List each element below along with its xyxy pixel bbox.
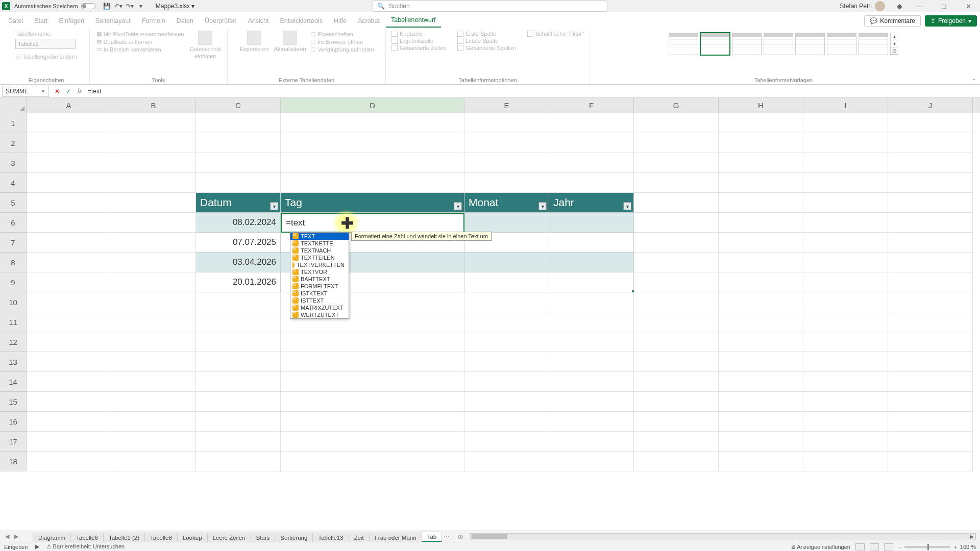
cell[interactable] xyxy=(111,173,196,193)
cell[interactable] xyxy=(888,452,973,471)
cell[interactable] xyxy=(549,253,634,272)
col-header[interactable]: E xyxy=(464,98,549,113)
cell[interactable] xyxy=(719,213,803,233)
cell[interactable] xyxy=(634,193,719,213)
cell[interactable] xyxy=(281,352,464,372)
cell[interactable]: Monat▾ xyxy=(464,193,549,213)
cell[interactable] xyxy=(549,113,634,133)
collapse-ribbon-icon[interactable]: ⌄ xyxy=(970,74,978,82)
cell[interactable] xyxy=(27,233,111,253)
formula-input[interactable] xyxy=(85,86,980,97)
cell[interactable] xyxy=(281,332,464,352)
cell[interactable] xyxy=(111,452,196,471)
cell[interactable] xyxy=(803,352,888,372)
close-button[interactable]: ✕ xyxy=(957,0,980,12)
row-header[interactable]: 11 xyxy=(0,312,27,332)
col-header[interactable]: A xyxy=(27,98,111,113)
cell[interactable] xyxy=(549,352,634,372)
redo-icon[interactable]: ↷▾ xyxy=(125,2,134,11)
cell[interactable] xyxy=(803,133,888,153)
cell[interactable] xyxy=(549,372,634,392)
user-account[interactable]: Stefan Petri xyxy=(840,1,885,11)
autocomplete-item[interactable]: TEXTVERKETTEN xyxy=(290,261,349,268)
share-button[interactable]: ⇪Freigeben ▾ xyxy=(925,15,977,27)
cell[interactable] xyxy=(464,153,549,173)
nav-more-icon[interactable]: ⋯ xyxy=(21,533,30,541)
cell[interactable] xyxy=(464,412,549,432)
qat-more-icon[interactable]: ▾ xyxy=(136,2,145,11)
row-header[interactable]: 4 xyxy=(0,173,27,193)
cell[interactable] xyxy=(281,173,464,193)
autocomplete-item[interactable]: ISTTEXT xyxy=(290,297,349,304)
cell[interactable] xyxy=(464,452,549,471)
filter-icon[interactable]: ▾ xyxy=(538,202,547,210)
cell[interactable] xyxy=(888,113,973,133)
cell[interactable] xyxy=(111,133,196,153)
cell[interactable] xyxy=(803,432,888,452)
cancel-icon[interactable]: ✕ xyxy=(52,86,62,96)
cell[interactable] xyxy=(27,153,111,173)
cell[interactable] xyxy=(27,213,111,233)
sheet-tab[interactable]: Lookup xyxy=(177,533,208,542)
cell[interactable] xyxy=(549,173,634,193)
cell[interactable] xyxy=(196,452,281,471)
cell[interactable] xyxy=(196,432,281,452)
cell[interactable] xyxy=(111,233,196,253)
sheet-tab[interactable]: Sortierung xyxy=(275,533,313,542)
cell[interactable] xyxy=(803,173,888,193)
sheet-overflow-icon[interactable]: ⋯ xyxy=(442,533,452,540)
cell[interactable] xyxy=(549,452,634,471)
col-header[interactable]: D xyxy=(281,98,464,113)
cell[interactable] xyxy=(803,193,888,213)
cell[interactable] xyxy=(888,392,973,412)
cell[interactable] xyxy=(196,412,281,432)
row-header[interactable]: 8 xyxy=(0,253,27,272)
row-header[interactable]: 3 xyxy=(0,153,27,173)
cell[interactable] xyxy=(27,272,111,292)
opt-filter[interactable]: Schaltfläche "Filter" xyxy=(527,31,584,37)
cell[interactable] xyxy=(27,372,111,392)
autocomplete-item[interactable]: TEXTVOR xyxy=(290,268,349,276)
row-header[interactable]: 1 xyxy=(0,113,27,133)
cell[interactable] xyxy=(634,153,719,173)
row-headers[interactable]: 123456789101112131415161718 xyxy=(0,113,27,471)
autocomplete-item[interactable]: BAHTTEXT xyxy=(290,276,349,283)
cell[interactable] xyxy=(888,133,973,153)
cell[interactable] xyxy=(281,412,464,432)
filter-icon[interactable]: ▾ xyxy=(454,202,462,210)
cell[interactable] xyxy=(549,272,634,292)
chevron-down-icon[interactable]: ▼ xyxy=(41,89,45,94)
cell[interactable] xyxy=(634,332,719,352)
export-button[interactable]: Exportieren xyxy=(239,31,270,53)
sheet-tab[interactable]: Leere Zeilen xyxy=(207,533,251,542)
cell[interactable] xyxy=(803,412,888,432)
column-headers[interactable]: A B C D E F G H I J xyxy=(27,98,980,113)
scroll-thumb[interactable] xyxy=(472,534,507,539)
cell[interactable] xyxy=(888,332,973,352)
maximize-button[interactable]: ▢ xyxy=(932,0,955,12)
autocomplete-item[interactable]: FORMELTEXT xyxy=(290,283,349,290)
cell[interactable] xyxy=(549,392,634,412)
comments-button[interactable]: 💬Kommentare xyxy=(864,15,921,27)
cell[interactable] xyxy=(111,253,196,272)
opt-banded-rows[interactable]: Gebänderte Zeilen xyxy=(391,45,446,51)
cell[interactable] xyxy=(464,372,549,392)
cell[interactable] xyxy=(27,332,111,352)
cell[interactable] xyxy=(634,292,719,312)
cell[interactable] xyxy=(634,213,719,233)
cell[interactable] xyxy=(888,272,973,292)
cell[interactable] xyxy=(111,312,196,332)
cell[interactable] xyxy=(719,432,803,452)
select-all-button[interactable] xyxy=(0,98,27,113)
sheet-tab[interactable]: Diagramm xyxy=(33,533,71,542)
resize-table[interactable]: ◱ Tabellengröße ändern xyxy=(15,53,77,60)
cell[interactable] xyxy=(27,452,111,471)
cell[interactable]: 08.02.2024 xyxy=(196,213,281,233)
sheet-tab[interactable]: Tabelle13 xyxy=(312,533,349,542)
opt-last-col[interactable]: Letzte Spalte xyxy=(457,38,516,44)
row-header[interactable]: 13 xyxy=(0,352,27,372)
save-icon[interactable]: 💾 xyxy=(103,2,112,11)
cell[interactable] xyxy=(281,432,464,452)
style-swatch[interactable] xyxy=(795,33,825,55)
cell[interactable] xyxy=(888,372,973,392)
